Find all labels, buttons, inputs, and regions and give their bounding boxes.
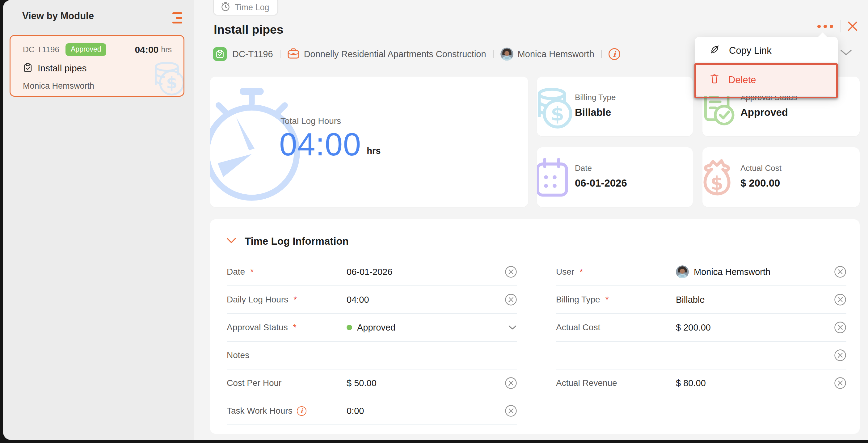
divider	[493, 50, 494, 58]
info-icon[interactable]: i	[297, 406, 306, 416]
avatar	[676, 265, 689, 278]
field-row-billing-type: Billing Type Billable	[556, 286, 846, 314]
date-card: Date 06-01-2026	[537, 147, 693, 207]
field-label: Cost Per Hour	[227, 378, 347, 388]
log-hours-unit: hrs	[161, 45, 172, 54]
field-label: Date	[227, 267, 347, 277]
menu-item-copy-link[interactable]: Copy Link	[695, 37, 838, 64]
date-field-value: 06-01-2026	[347, 267, 503, 277]
field-label: Daily Log Hours	[227, 295, 347, 305]
no-edit-icon	[832, 349, 846, 361]
task-work-hours-value: 0:00	[347, 406, 503, 416]
breadcrumb: DC-T1196 Donnelly Residential Apartments…	[213, 46, 620, 62]
actual-cost-card: $ Actual Cost $ 200.00	[703, 147, 860, 207]
svg-text:$: $	[551, 102, 564, 125]
no-edit-icon	[503, 377, 517, 389]
form-column-left: Date 06-01-2026 Daily Log Hours 04:00 Ap…	[227, 258, 517, 425]
field-label: Task Work Hours i	[227, 406, 347, 416]
card-label: Billing Type	[575, 93, 616, 102]
svg-text:$: $	[710, 172, 723, 194]
trash-icon	[709, 73, 720, 87]
stopwatch-icon	[221, 1, 230, 14]
billing-type-field-value: Billable	[676, 295, 832, 305]
no-edit-icon	[832, 266, 846, 278]
status-dot	[347, 325, 352, 330]
no-edit-icon	[832, 377, 846, 389]
status-badge: Approved	[65, 43, 106, 56]
menu-arrow	[818, 32, 827, 37]
field-row-date: Date 06-01-2026	[227, 258, 517, 286]
chevron-down-icon[interactable]	[503, 325, 517, 330]
time-log-list-item[interactable]: DC-T1196 Approved 04:00 hrs Install pipe…	[9, 35, 184, 97]
money-bag-icon: $	[703, 155, 738, 203]
user-value: Monica Hemsworth	[676, 265, 832, 278]
field-row-actual-revenue: Actual Revenue $ 80.00	[556, 370, 846, 397]
field-row-task-work-hours: Task Work Hours i 0:00	[227, 397, 517, 425]
briefcase-icon	[287, 48, 300, 61]
coins-watermark-icon: $	[148, 60, 184, 97]
field-label: Notes	[227, 350, 347, 360]
section-chevron-down-icon[interactable]	[226, 237, 237, 245]
task-id: DC-T1196	[23, 45, 59, 54]
field-label: Actual Revenue	[556, 378, 676, 388]
daily-log-hours-value: 04:00	[347, 295, 503, 305]
breadcrumb-user: Monica Hemsworth	[518, 49, 594, 59]
field-label: Actual Cost	[556, 322, 676, 333]
coins-icon: $	[537, 85, 576, 132]
field-row-actual-cost: Actual Cost $ 200.00	[556, 314, 846, 342]
date-value: 06-01-2026	[575, 177, 627, 189]
copy-link-icon	[709, 44, 720, 58]
header-actions	[815, 19, 859, 34]
actual-cost-field-value: $ 200.00	[676, 322, 832, 333]
billing-type-value: Billable	[575, 106, 616, 118]
billing-type-card: $ Billing Type Billable	[537, 76, 693, 136]
actual-cost-value: $ 200.00	[740, 177, 781, 189]
field-row-daily-log-hours: Daily Log Hours 04:00	[227, 286, 517, 314]
no-edit-icon	[503, 266, 517, 278]
field-label: User	[556, 267, 676, 277]
actual-revenue-value: $ 80.00	[676, 378, 832, 388]
total-log-hours-card: Total Log Hours 04:00 hrs	[210, 76, 528, 207]
field-row-approval-status: Approval Status Approved	[227, 314, 517, 342]
field-row-notes: Notes	[227, 342, 517, 370]
app-window: View by Module DC-T1196 Approved 04:00 h…	[3, 0, 868, 440]
breadcrumb-project[interactable]: Donnelly Residential Apartments Construc…	[304, 49, 486, 59]
avatar	[500, 48, 514, 61]
log-hours: 04:00	[135, 44, 159, 55]
form-column-right: User Monica Hemsworth	[556, 258, 846, 397]
divider	[840, 20, 841, 32]
menu-item-delete[interactable]: Delete	[695, 64, 838, 96]
total-log-hours-value: 04:00	[279, 126, 361, 163]
tab-label: Time Log	[235, 3, 269, 12]
screen-backdrop: View by Module DC-T1196 Approved 04:00 h…	[0, 0, 868, 443]
approval-status-select[interactable]: Approved	[347, 322, 503, 333]
no-edit-icon	[832, 293, 846, 306]
approval-status-value: Approved	[740, 106, 797, 118]
panel-title: View by Module	[22, 10, 94, 22]
divider	[280, 50, 280, 58]
no-edit-icon	[832, 321, 846, 334]
page-title: Install pipes	[214, 23, 283, 36]
task-name: Install pipes	[38, 63, 87, 73]
field-row-cost-per-hour: Cost Per Hour $ 50.00	[227, 370, 517, 397]
clipboard-check-icon	[23, 63, 33, 74]
close-icon[interactable]	[847, 21, 859, 32]
view-by-module-panel: View by Module DC-T1196 Approved 04:00 h…	[3, 0, 194, 440]
no-edit-icon	[503, 405, 517, 417]
filter-lines-icon[interactable]	[173, 12, 186, 26]
task-badge-icon	[213, 47, 227, 61]
info-icon[interactable]: i	[609, 48, 620, 60]
card-label: Date	[575, 163, 627, 173]
card-label: Total Log Hours	[280, 116, 341, 126]
cost-per-hour-value: $ 50.00	[347, 378, 503, 388]
svg-text:$: $	[166, 73, 177, 92]
divider	[601, 50, 602, 58]
context-menu: Copy Link Delete	[695, 37, 838, 96]
section-title: Time Log Information	[245, 235, 349, 247]
chevron-down-icon[interactable]	[840, 49, 852, 58]
no-edit-icon	[503, 293, 517, 306]
field-row-user: User Monica Hemsworth	[556, 258, 846, 286]
more-options-button[interactable]	[815, 22, 835, 31]
breadcrumb-task-id: DC-T1196	[232, 49, 273, 59]
tab-time-log[interactable]: Time Log	[213, 0, 278, 15]
